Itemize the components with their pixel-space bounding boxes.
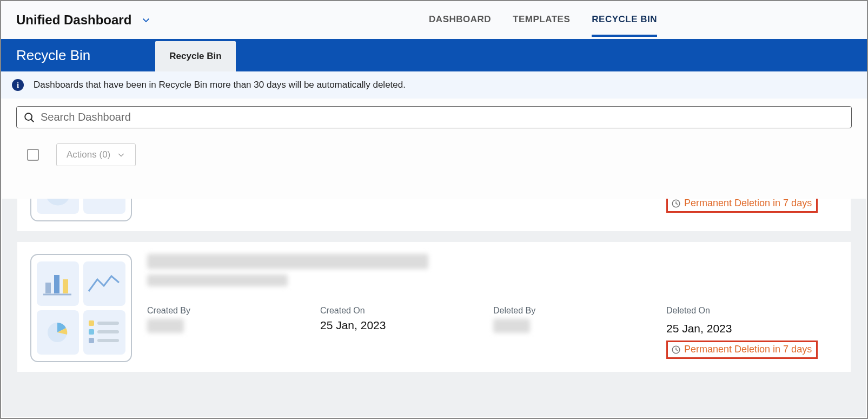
actions-label: Actions (0) [67,149,110,160]
created-on-value: 25 Jan, 2023 [320,319,493,332]
deletion-notice: Permanent Deletion in 7 days [684,344,812,355]
thumbnail-pie-icon [39,316,77,349]
created-on-label: Created On [320,306,493,316]
search-icon [23,112,35,123]
deleted-on-label: Deleted On [666,306,838,316]
svg-rect-16 [97,330,119,333]
info-banner-text: Dashboards that have been in Recycle Bin… [34,80,406,90]
actions-button[interactable]: Actions (0) [56,143,136,166]
deletion-notice-highlight: Permanent Deletion in 7 days [666,341,818,359]
svg-rect-18 [97,339,119,342]
svg-rect-13 [89,320,94,326]
section-tab-recycle-bin[interactable]: Recycle Bin [155,41,235,71]
deletion-notice: Permanent Deletion in 7 days [684,199,812,209]
deleted-by-label: Deleted By [493,306,666,316]
thumbnail-pie-icon [42,199,74,210]
clock-icon [671,199,681,208]
svg-line-1 [31,119,34,122]
select-all-checkbox[interactable] [27,149,39,161]
thumbnail-list-icon [85,199,123,207]
info-icon: i [12,79,24,91]
svg-rect-14 [97,322,119,325]
svg-rect-15 [89,329,94,335]
list-item[interactable]: 24 Jan, 2023 25 Jan, 2023 Permanent Dele… [17,199,851,231]
search-box[interactable] [16,106,852,128]
svg-point-2 [46,199,70,206]
created-by-label: Created By [147,306,320,316]
tab-templates[interactable]: TEMPLATES [513,3,570,37]
section-title: Recycle Bin [16,47,155,71]
search-input[interactable] [41,111,845,123]
dashboard-thumbnail [30,199,132,221]
dashboard-thumbnail [30,254,132,362]
svg-rect-9 [54,275,59,293]
page-title: Unified Dashboard [16,12,131,28]
list-item[interactable]: Created By Created On 25 Jan, 2023 Delet… [17,242,851,372]
thumbnail-list-icon [85,316,123,349]
redacted-subtitle [147,274,288,286]
info-banner: i Dashboards that have been in Recycle B… [1,71,867,99]
clock-icon [671,345,681,355]
chevron-down-icon [117,150,125,159]
svg-rect-10 [63,279,68,293]
thumbnail-line-icon [85,267,123,300]
thumbnail-bar-icon [39,267,77,300]
tab-dashboard[interactable]: DASHBOARD [429,3,491,37]
redacted-value [493,319,530,333]
tab-recycle-bin[interactable]: RECYCLE BIN [592,3,657,37]
deletion-notice-highlight: Permanent Deletion in 7 days [666,199,818,213]
redacted-title [147,254,428,269]
deleted-on-value: 25 Jan, 2023 [666,322,838,335]
redacted-value [147,319,184,333]
svg-rect-8 [45,283,51,293]
svg-rect-17 [89,338,94,343]
svg-point-0 [25,113,32,120]
chevron-down-icon[interactable] [141,15,151,25]
